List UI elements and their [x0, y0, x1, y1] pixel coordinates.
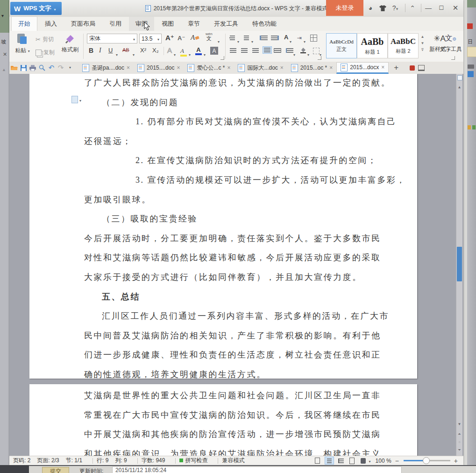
doc-tab-2[interactable]: 2015....doc: [134, 62, 184, 74]
zoom-level[interactable]: 100 %: [376, 458, 391, 464]
paste-button[interactable]: 粘贴: [13, 34, 32, 59]
chevron-down-icon[interactable]: [174, 50, 176, 58]
paragraph-dialog-launcher-icon[interactable]: [318, 56, 321, 60]
chevron-down-icon[interactable]: [116, 50, 118, 58]
shrink-font-button[interactable]: A⁻: [178, 35, 185, 42]
scroll-up-icon[interactable]: ▲: [456, 85, 462, 89]
distribute-button[interactable]: [274, 48, 281, 53]
eye-protection-icon[interactable]: [359, 457, 368, 464]
chevron-down-icon[interactable]: [293, 50, 295, 58]
font-name-select[interactable]: 宋体: [87, 34, 137, 43]
skin-icon[interactable]: [377, 0, 389, 16]
close-tab-icon[interactable]: [329, 64, 333, 71]
zoom-out-icon[interactable]: −: [395, 457, 399, 465]
chevron-down-icon[interactable]: [237, 36, 239, 45]
doc-tab-5[interactable]: 2015...oc *: [287, 62, 336, 74]
margin-options-button[interactable]: [71, 95, 81, 104]
app-menu-button[interactable]: W WPS 文字: [10, 2, 62, 15]
underline-button[interactable]: U: [108, 47, 113, 54]
new-tab-button[interactable]: +: [391, 63, 401, 72]
chevron-down-icon[interactable]: [65, 63, 75, 72]
bold-button[interactable]: B: [89, 47, 93, 54]
doc-tab-1[interactable]: 圣诞pa....doc: [78, 62, 134, 74]
tab-page-layout[interactable]: 页面布局: [64, 17, 102, 31]
submit-button-fragment[interactable]: 提交: [42, 467, 69, 473]
login-button[interactable]: 未登录: [326, 0, 363, 16]
page-1[interactable]: 了广大人民群众防治艾滋病的意识，为艾滋病的防治做出了一定的贡献。 （二）发现的问…: [29, 74, 417, 379]
chevron-down-icon[interactable]: [133, 50, 135, 58]
page-view-icon[interactable]: [325, 457, 334, 465]
justify-button[interactable]: [263, 46, 272, 54]
borders-button[interactable]: [313, 48, 320, 54]
tab-developer[interactable]: 开发工具: [207, 17, 245, 31]
previous-page-icon[interactable]: ⏶: [456, 432, 462, 437]
tab-view[interactable]: 视图: [155, 17, 180, 31]
close-tab-icon[interactable]: [127, 64, 130, 71]
scrollbar-thumb[interactable]: [457, 247, 462, 281]
zoom-in-icon[interactable]: +: [454, 457, 458, 465]
font-dialog-launcher-icon[interactable]: [220, 56, 224, 60]
grow-font-button[interactable]: A⁺: [165, 34, 174, 42]
subscript-button[interactable]: X₂: [152, 47, 159, 54]
fullscreen-view-icon[interactable]: [313, 457, 322, 464]
spellcheck-status[interactable]: 拼写检查: [179, 457, 207, 465]
doc-tab-3[interactable]: 爱心公...c *: [184, 62, 234, 74]
tab-section[interactable]: 章节: [181, 17, 206, 31]
pinyin-guide-button[interactable]: wén 文: [206, 32, 213, 41]
chevron-down-icon[interactable]: [369, 458, 371, 464]
chevron-down-icon[interactable]: [189, 50, 191, 58]
status-word-count[interactable]: 字数: 949: [142, 457, 165, 465]
minimize-button[interactable]: —: [422, 0, 434, 16]
strikethrough-button[interactable]: AB: [122, 47, 129, 53]
chevron-down-icon[interactable]: [307, 50, 309, 58]
cut-button[interactable]: ✂剪切: [36, 36, 54, 43]
italic-button[interactable]: I: [99, 47, 101, 54]
text-tool-button[interactable]: 文⚙ 文字工具: [439, 34, 462, 53]
style-normal[interactable]: AaBbCcDd 正文: [326, 33, 357, 58]
tab-special-features[interactable]: 特色功能: [246, 17, 283, 31]
shading-button[interactable]: [300, 47, 306, 55]
reading-layout-icon[interactable]: [457, 75, 462, 80]
save-button[interactable]: [19, 63, 28, 72]
chevron-down-icon[interactable]: [304, 36, 305, 45]
doc-protect-icon[interactable]: [348, 457, 356, 464]
close-tab-icon[interactable]: [177, 64, 180, 71]
open-button[interactable]: [9, 63, 19, 72]
outline-view-icon[interactable]: [337, 457, 345, 464]
char-scale-button[interactable]: A: [284, 34, 288, 41]
page-2[interactable]: 艾滋病是世界性的重大公共卫生问题和社会问题。汇川区卫生局一直非 常重视在广大市民…: [29, 384, 417, 456]
asian-layout-button[interactable]: ⇥: [297, 35, 302, 41]
close-tab-icon[interactable]: [227, 64, 230, 71]
undo-button[interactable]: ↶: [47, 63, 56, 72]
style-heading1[interactable]: AaBb 标题 1: [357, 33, 388, 58]
maximize-button[interactable]: ☐: [435, 0, 448, 16]
zoom-slider-knob[interactable]: [423, 457, 430, 464]
print-preview-button[interactable]: [37, 63, 47, 72]
table-grid-icon[interactable]: [310, 35, 317, 42]
format-painter-button[interactable]: 格式刷: [60, 34, 80, 54]
next-page-icon[interactable]: ⏷: [456, 448, 462, 452]
align-center-button[interactable]: [241, 48, 248, 53]
styles-dialog-launcher-icon[interactable]: [451, 56, 455, 60]
document-area[interactable]: 了广大人民群众防治艾滋病的意识，为艾滋病的防治做出了一定的贡献。 （二）发现的问…: [9, 74, 463, 456]
styles-scroll-controls[interactable]: ▲▼⊽: [419, 34, 426, 53]
help-button[interactable]: ?: [388, 0, 403, 16]
close-tab-icon[interactable]: [280, 64, 284, 71]
style-heading2[interactable]: AaBbC 标题 2: [388, 33, 419, 58]
print-button[interactable]: [28, 63, 37, 72]
vertical-scrollbar[interactable]: ▲ ▼ ⏶ ○ ⏷: [456, 74, 462, 456]
align-left-button[interactable]: [230, 48, 236, 53]
line-spacing-button[interactable]: [286, 48, 293, 53]
copy-button[interactable]: 复制: [36, 49, 55, 57]
collapse-ribbon-icon[interactable]: ⌃: [406, 0, 419, 16]
update-icon[interactable]: ◕: [364, 0, 377, 16]
font-color-button[interactable]: A: [195, 46, 202, 55]
close-button[interactable]: ✕: [449, 0, 462, 16]
increase-indent-button[interactable]: [271, 36, 279, 40]
numbering-button[interactable]: [244, 36, 249, 40]
chevron-down-icon[interactable]: [251, 36, 253, 45]
chevron-down-icon[interactable]: [204, 50, 206, 58]
zoom-slider[interactable]: [404, 460, 450, 461]
chevron-down-icon[interactable]: [218, 36, 220, 45]
close-tab-icon[interactable]: [381, 64, 384, 71]
